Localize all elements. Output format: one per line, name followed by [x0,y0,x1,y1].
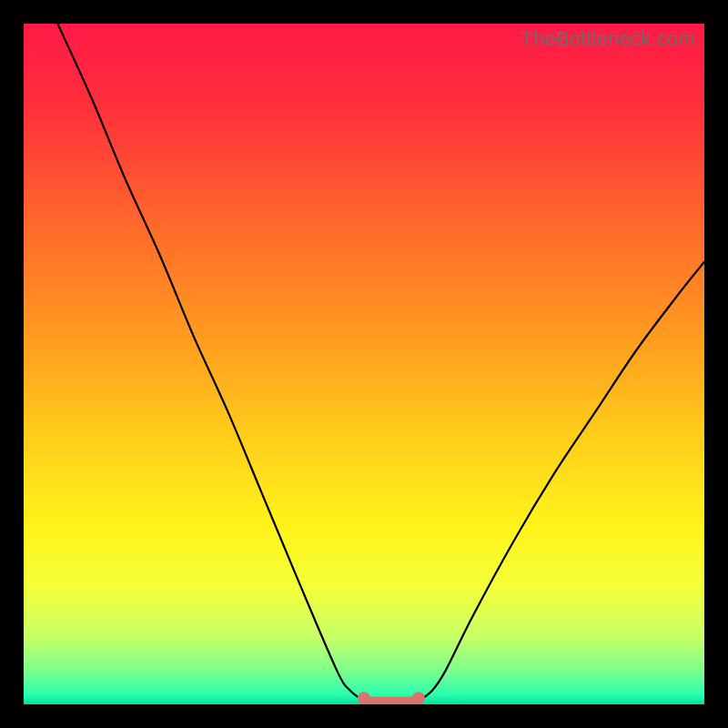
left-branch-line [57,24,364,701]
highlight-dot-right [412,692,425,704]
highlight-dot-left [358,692,370,704]
watermark-text: TheBottleneck.com [521,27,695,51]
chart-plot-area: TheBottleneck.com [24,24,704,704]
chart-frame: TheBottleneck.com [0,0,728,728]
chart-curve [24,24,704,704]
right-branch-line [419,262,704,702]
